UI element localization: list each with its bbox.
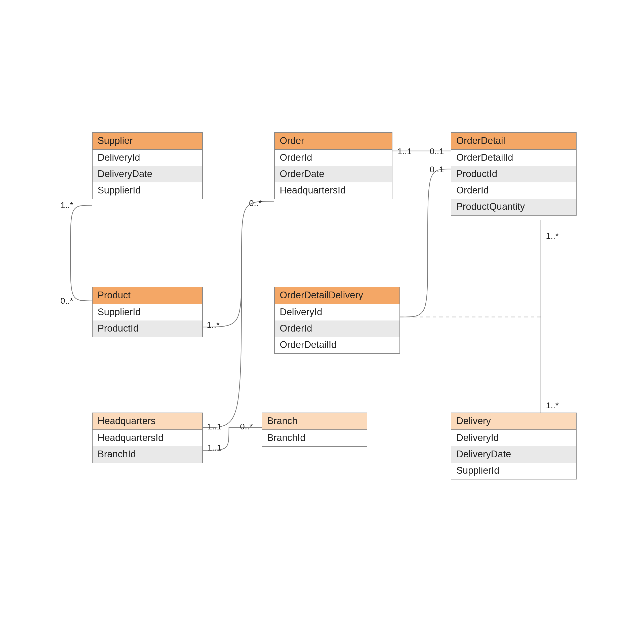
entity-orderdetaildelivery: OrderDetailDelivery DeliveryId OrderId O… bbox=[274, 287, 400, 354]
entity-delivery: Delivery DeliveryId DeliveryDate Supplie… bbox=[451, 413, 577, 479]
entity-headquarters-attr: HeadquartersId bbox=[93, 430, 202, 446]
multiplicity-label: 0..* bbox=[249, 198, 262, 208]
er-diagram-canvas: Supplier DeliveryId DeliveryDate Supplie… bbox=[0, 0, 644, 644]
entity-product-attr: ProductId bbox=[93, 320, 202, 337]
entity-supplier-attr: SupplierId bbox=[93, 182, 202, 199]
entity-supplier: Supplier DeliveryId DeliveryDate Supplie… bbox=[92, 132, 203, 199]
entity-supplier-attr: DeliveryDate bbox=[93, 166, 202, 182]
entity-orderdetaildelivery-attr: OrderDetailId bbox=[275, 337, 399, 353]
entity-orderdetail-attr: OrderDetailId bbox=[451, 150, 576, 166]
entity-orderdetail-title: OrderDetail bbox=[451, 133, 576, 150]
multiplicity-label: 0..* bbox=[240, 422, 253, 431]
multiplicity-label: 1..* bbox=[60, 200, 73, 210]
entity-orderdetail-attr: ProductQuantity bbox=[451, 199, 576, 215]
entity-orderdetaildelivery-attr: DeliveryId bbox=[275, 304, 399, 320]
entity-order-title: Order bbox=[275, 133, 392, 150]
entity-orderdetaildelivery-attr: OrderId bbox=[275, 320, 399, 337]
entity-headquarters-title: Headquarters bbox=[93, 413, 202, 430]
multiplicity-label: 1..1 bbox=[397, 146, 412, 156]
multiplicity-label: 0..1 bbox=[430, 165, 444, 174]
multiplicity-label: 1..* bbox=[207, 320, 220, 330]
entity-headquarters: Headquarters HeadquartersId BranchId bbox=[92, 413, 203, 463]
entity-delivery-attr: SupplierId bbox=[451, 463, 576, 479]
entity-orderdetaildelivery-title: OrderDetailDelivery bbox=[275, 287, 399, 304]
entity-product-title: Product bbox=[93, 287, 202, 304]
multiplicity-label: 0..* bbox=[60, 296, 73, 306]
entity-order-attr: OrderDate bbox=[275, 166, 392, 182]
entity-product-attr: SupplierId bbox=[93, 304, 202, 320]
entity-headquarters-attr: BranchId bbox=[93, 446, 202, 463]
entity-order-attr: OrderId bbox=[275, 150, 392, 166]
entity-product: Product SupplierId ProductId bbox=[92, 287, 203, 337]
entity-orderdetail: OrderDetail OrderDetailId ProductId Orde… bbox=[451, 132, 577, 216]
entity-branch-title: Branch bbox=[262, 413, 367, 430]
entity-supplier-title: Supplier bbox=[93, 133, 202, 150]
multiplicity-label: 1..1 bbox=[207, 422, 222, 431]
entity-branch: Branch BranchId bbox=[262, 413, 367, 447]
entity-order-attr: HeadquartersId bbox=[275, 182, 392, 199]
multiplicity-label: 1..* bbox=[546, 231, 559, 241]
entity-order: Order OrderId OrderDate HeadquartersId bbox=[274, 132, 392, 199]
entity-branch-attr: BranchId bbox=[262, 430, 367, 446]
multiplicity-label: 1..1 bbox=[207, 443, 222, 453]
entity-supplier-attr: DeliveryId bbox=[93, 150, 202, 166]
multiplicity-label: 1..* bbox=[546, 400, 559, 410]
entity-delivery-attr: DeliveryDate bbox=[451, 446, 576, 463]
entity-delivery-title: Delivery bbox=[451, 413, 576, 430]
entity-delivery-attr: DeliveryId bbox=[451, 430, 576, 446]
multiplicity-label: 0..1 bbox=[430, 146, 444, 156]
entity-orderdetail-attr: OrderId bbox=[451, 182, 576, 199]
entity-orderdetail-attr: ProductId bbox=[451, 166, 576, 182]
